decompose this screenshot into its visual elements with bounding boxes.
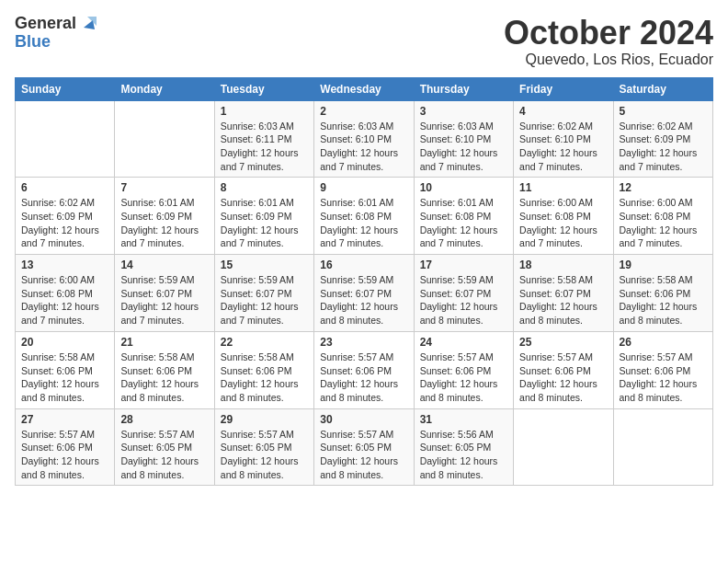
- day-number: 30: [320, 413, 407, 426]
- col-tuesday: Tuesday: [214, 77, 313, 100]
- page-subtitle: Quevedo, Los Rios, Ecuador: [504, 52, 713, 68]
- day-info: Sunrise: 5:56 AM Sunset: 6:05 PM Dayligh…: [420, 428, 507, 482]
- day-info: Sunrise: 6:01 AM Sunset: 6:08 PM Dayligh…: [420, 196, 507, 250]
- calendar-week-1: 1Sunrise: 6:03 AM Sunset: 6:11 PM Daylig…: [16, 100, 713, 178]
- table-cell: 17Sunrise: 5:59 AM Sunset: 6:07 PM Dayli…: [414, 255, 513, 332]
- table-cell: [514, 408, 613, 486]
- table-cell: 2Sunrise: 6:03 AM Sunset: 6:10 PM Daylig…: [314, 100, 414, 178]
- table-cell: 29Sunrise: 5:57 AM Sunset: 6:05 PM Dayli…: [214, 408, 313, 486]
- day-number: 11: [519, 181, 607, 194]
- table-cell: 30Sunrise: 5:57 AM Sunset: 6:05 PM Dayli…: [314, 408, 414, 486]
- day-info: Sunrise: 5:57 AM Sunset: 6:05 PM Dayligh…: [221, 428, 308, 482]
- table-cell: 28Sunrise: 5:57 AM Sunset: 6:05 PM Dayli…: [115, 408, 214, 486]
- day-info: Sunrise: 5:57 AM Sunset: 6:06 PM Dayligh…: [21, 428, 108, 482]
- calendar-header-row: Sunday Monday Tuesday Wednesday Thursday…: [16, 77, 713, 100]
- table-cell: 16Sunrise: 5:59 AM Sunset: 6:07 PM Dayli…: [314, 255, 414, 332]
- day-info: Sunrise: 5:59 AM Sunset: 6:07 PM Dayligh…: [221, 273, 308, 327]
- table-cell: 21Sunrise: 5:58 AM Sunset: 6:06 PM Dayli…: [115, 331, 214, 408]
- day-number: 29: [221, 413, 308, 426]
- calendar-table: Sunday Monday Tuesday Wednesday Thursday…: [15, 77, 713, 487]
- table-cell: 10Sunrise: 6:01 AM Sunset: 6:08 PM Dayli…: [414, 178, 513, 255]
- day-number: 13: [21, 259, 108, 271]
- logo: General Blue: [15, 15, 97, 52]
- page-title: October 2024: [504, 15, 713, 52]
- day-info: Sunrise: 5:57 AM Sunset: 6:05 PM Dayligh…: [120, 428, 208, 482]
- table-cell: 25Sunrise: 5:57 AM Sunset: 6:06 PM Dayli…: [514, 331, 613, 408]
- day-number: 6: [21, 181, 108, 194]
- col-thursday: Thursday: [414, 77, 513, 100]
- table-cell: [115, 100, 214, 178]
- table-cell: 18Sunrise: 5:58 AM Sunset: 6:07 PM Dayli…: [514, 255, 613, 332]
- day-info: Sunrise: 5:58 AM Sunset: 6:07 PM Dayligh…: [519, 273, 607, 327]
- calendar-week-5: 27Sunrise: 5:57 AM Sunset: 6:06 PM Dayli…: [16, 408, 713, 486]
- day-number: 20: [21, 336, 108, 349]
- day-info: Sunrise: 5:57 AM Sunset: 6:06 PM Dayligh…: [320, 350, 407, 405]
- day-number: 4: [519, 105, 607, 118]
- day-number: 26: [620, 336, 707, 349]
- table-cell: 9Sunrise: 6:01 AM Sunset: 6:08 PM Daylig…: [314, 178, 414, 255]
- calendar-week-4: 20Sunrise: 5:58 AM Sunset: 6:06 PM Dayli…: [16, 331, 713, 408]
- day-info: Sunrise: 6:02 AM Sunset: 6:09 PM Dayligh…: [620, 120, 707, 174]
- table-cell: 14Sunrise: 5:59 AM Sunset: 6:07 PM Dayli…: [115, 255, 214, 332]
- day-number: 18: [519, 259, 607, 271]
- table-cell: [16, 100, 115, 178]
- table-cell: 20Sunrise: 5:58 AM Sunset: 6:06 PM Dayli…: [16, 331, 115, 408]
- day-number: 19: [620, 259, 707, 271]
- table-cell: 7Sunrise: 6:01 AM Sunset: 6:09 PM Daylig…: [115, 178, 214, 255]
- day-info: Sunrise: 5:57 AM Sunset: 6:06 PM Dayligh…: [519, 350, 607, 405]
- table-cell: [613, 408, 712, 486]
- day-number: 28: [120, 413, 208, 426]
- table-cell: 31Sunrise: 5:56 AM Sunset: 6:05 PM Dayli…: [414, 408, 513, 486]
- day-number: 10: [420, 181, 507, 194]
- table-cell: 4Sunrise: 6:02 AM Sunset: 6:10 PM Daylig…: [514, 100, 613, 178]
- col-wednesday: Wednesday: [314, 77, 414, 100]
- day-number: 24: [420, 336, 507, 349]
- day-info: Sunrise: 6:00 AM Sunset: 6:08 PM Dayligh…: [620, 196, 707, 250]
- page-header: General Blue October 2024 Quevedo, Los R…: [15, 15, 713, 68]
- day-number: 25: [519, 336, 607, 349]
- table-cell: 3Sunrise: 6:03 AM Sunset: 6:10 PM Daylig…: [414, 100, 513, 178]
- day-number: 22: [221, 336, 308, 349]
- day-info: Sunrise: 5:58 AM Sunset: 6:06 PM Dayligh…: [21, 350, 108, 405]
- title-block: October 2024 Quevedo, Los Rios, Ecuador: [504, 15, 713, 68]
- day-number: 9: [320, 181, 407, 194]
- table-cell: 19Sunrise: 5:58 AM Sunset: 6:06 PM Dayli…: [613, 255, 712, 332]
- day-info: Sunrise: 5:58 AM Sunset: 6:06 PM Dayligh…: [120, 350, 208, 405]
- table-cell: 26Sunrise: 5:57 AM Sunset: 6:06 PM Dayli…: [613, 331, 712, 408]
- day-number: 15: [221, 259, 308, 271]
- day-info: Sunrise: 5:59 AM Sunset: 6:07 PM Dayligh…: [420, 273, 507, 327]
- day-number: 2: [320, 105, 407, 118]
- table-cell: 6Sunrise: 6:02 AM Sunset: 6:09 PM Daylig…: [16, 178, 115, 255]
- day-number: 7: [120, 181, 208, 194]
- table-cell: 5Sunrise: 6:02 AM Sunset: 6:09 PM Daylig…: [613, 100, 712, 178]
- day-number: 23: [320, 336, 407, 349]
- calendar-week-3: 13Sunrise: 6:00 AM Sunset: 6:08 PM Dayli…: [16, 255, 713, 332]
- day-info: Sunrise: 5:58 AM Sunset: 6:06 PM Dayligh…: [221, 350, 308, 405]
- day-number: 1: [221, 105, 308, 118]
- day-info: Sunrise: 6:01 AM Sunset: 6:09 PM Dayligh…: [120, 196, 208, 250]
- day-number: 17: [420, 259, 507, 271]
- day-info: Sunrise: 5:59 AM Sunset: 6:07 PM Dayligh…: [320, 273, 407, 327]
- day-info: Sunrise: 5:59 AM Sunset: 6:07 PM Dayligh…: [120, 273, 208, 327]
- day-info: Sunrise: 5:58 AM Sunset: 6:06 PM Dayligh…: [620, 273, 707, 327]
- table-cell: 1Sunrise: 6:03 AM Sunset: 6:11 PM Daylig…: [214, 100, 313, 178]
- day-number: 16: [320, 259, 407, 271]
- day-number: 5: [620, 105, 707, 118]
- day-number: 8: [221, 181, 308, 194]
- day-info: Sunrise: 6:02 AM Sunset: 6:09 PM Dayligh…: [21, 196, 108, 250]
- table-cell: 27Sunrise: 5:57 AM Sunset: 6:06 PM Dayli…: [16, 408, 115, 486]
- day-info: Sunrise: 6:01 AM Sunset: 6:09 PM Dayligh…: [221, 196, 308, 250]
- day-info: Sunrise: 6:00 AM Sunset: 6:08 PM Dayligh…: [519, 196, 607, 250]
- day-number: 27: [21, 413, 108, 426]
- day-number: 31: [420, 413, 507, 426]
- day-number: 14: [120, 259, 208, 271]
- col-sunday: Sunday: [16, 77, 115, 100]
- day-number: 12: [620, 181, 707, 194]
- logo-graphic: General Blue: [15, 15, 97, 52]
- day-info: Sunrise: 6:01 AM Sunset: 6:08 PM Dayligh…: [320, 196, 407, 250]
- day-info: Sunrise: 6:03 AM Sunset: 6:11 PM Dayligh…: [221, 120, 308, 174]
- table-cell: 11Sunrise: 6:00 AM Sunset: 6:08 PM Dayli…: [514, 178, 613, 255]
- table-cell: 23Sunrise: 5:57 AM Sunset: 6:06 PM Dayli…: [314, 331, 414, 408]
- day-info: Sunrise: 6:02 AM Sunset: 6:10 PM Dayligh…: [519, 120, 607, 174]
- day-number: 3: [420, 105, 507, 118]
